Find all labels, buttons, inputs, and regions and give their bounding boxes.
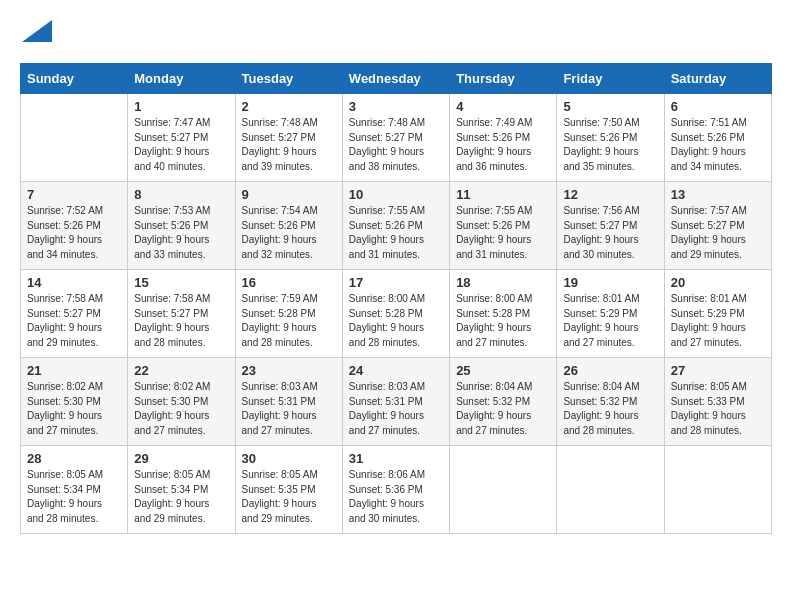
logo-text — [20, 20, 52, 47]
day-info: Sunrise: 8:06 AMSunset: 5:36 PMDaylight:… — [349, 468, 443, 526]
day-number: 30 — [242, 451, 336, 466]
header-sunday: Sunday — [21, 64, 128, 94]
day-info: Sunrise: 7:50 AMSunset: 5:26 PMDaylight:… — [563, 116, 657, 174]
calendar-cell: 13Sunrise: 7:57 AMSunset: 5:27 PMDayligh… — [664, 182, 771, 270]
calendar-cell: 9Sunrise: 7:54 AMSunset: 5:26 PMDaylight… — [235, 182, 342, 270]
calendar-header-row: SundayMondayTuesdayWednesdayThursdayFrid… — [21, 64, 772, 94]
header-wednesday: Wednesday — [342, 64, 449, 94]
header-tuesday: Tuesday — [235, 64, 342, 94]
day-number: 16 — [242, 275, 336, 290]
day-info: Sunrise: 8:02 AMSunset: 5:30 PMDaylight:… — [134, 380, 228, 438]
day-info: Sunrise: 7:48 AMSunset: 5:27 PMDaylight:… — [349, 116, 443, 174]
day-info: Sunrise: 7:54 AMSunset: 5:26 PMDaylight:… — [242, 204, 336, 262]
day-number: 27 — [671, 363, 765, 378]
calendar-table: SundayMondayTuesdayWednesdayThursdayFrid… — [20, 63, 772, 534]
calendar-cell: 17Sunrise: 8:00 AMSunset: 5:28 PMDayligh… — [342, 270, 449, 358]
day-info: Sunrise: 8:03 AMSunset: 5:31 PMDaylight:… — [242, 380, 336, 438]
day-number: 15 — [134, 275, 228, 290]
day-info: Sunrise: 7:56 AMSunset: 5:27 PMDaylight:… — [563, 204, 657, 262]
day-info: Sunrise: 8:04 AMSunset: 5:32 PMDaylight:… — [456, 380, 550, 438]
calendar-cell: 20Sunrise: 8:01 AMSunset: 5:29 PMDayligh… — [664, 270, 771, 358]
calendar-cell: 10Sunrise: 7:55 AMSunset: 5:26 PMDayligh… — [342, 182, 449, 270]
calendar-cell: 29Sunrise: 8:05 AMSunset: 5:34 PMDayligh… — [128, 446, 235, 534]
calendar-cell: 21Sunrise: 8:02 AMSunset: 5:30 PMDayligh… — [21, 358, 128, 446]
day-info: Sunrise: 8:05 AMSunset: 5:33 PMDaylight:… — [671, 380, 765, 438]
day-number: 19 — [563, 275, 657, 290]
day-number: 8 — [134, 187, 228, 202]
day-info: Sunrise: 8:05 AMSunset: 5:34 PMDaylight:… — [134, 468, 228, 526]
day-info: Sunrise: 7:53 AMSunset: 5:26 PMDaylight:… — [134, 204, 228, 262]
calendar-cell: 23Sunrise: 8:03 AMSunset: 5:31 PMDayligh… — [235, 358, 342, 446]
day-info: Sunrise: 8:00 AMSunset: 5:28 PMDaylight:… — [456, 292, 550, 350]
calendar-week-row: 14Sunrise: 7:58 AMSunset: 5:27 PMDayligh… — [21, 270, 772, 358]
day-number: 12 — [563, 187, 657, 202]
day-number: 10 — [349, 187, 443, 202]
day-number: 7 — [27, 187, 121, 202]
header-saturday: Saturday — [664, 64, 771, 94]
day-info: Sunrise: 7:51 AMSunset: 5:26 PMDaylight:… — [671, 116, 765, 174]
calendar-cell: 6Sunrise: 7:51 AMSunset: 5:26 PMDaylight… — [664, 94, 771, 182]
calendar-cell — [450, 446, 557, 534]
calendar-cell: 16Sunrise: 7:59 AMSunset: 5:28 PMDayligh… — [235, 270, 342, 358]
day-number: 26 — [563, 363, 657, 378]
day-number: 17 — [349, 275, 443, 290]
calendar-cell: 30Sunrise: 8:05 AMSunset: 5:35 PMDayligh… — [235, 446, 342, 534]
day-number: 9 — [242, 187, 336, 202]
calendar-cell: 28Sunrise: 8:05 AMSunset: 5:34 PMDayligh… — [21, 446, 128, 534]
day-number: 2 — [242, 99, 336, 114]
day-info: Sunrise: 7:57 AMSunset: 5:27 PMDaylight:… — [671, 204, 765, 262]
day-info: Sunrise: 7:59 AMSunset: 5:28 PMDaylight:… — [242, 292, 336, 350]
calendar-cell: 22Sunrise: 8:02 AMSunset: 5:30 PMDayligh… — [128, 358, 235, 446]
svg-marker-0 — [22, 20, 52, 42]
calendar-cell: 11Sunrise: 7:55 AMSunset: 5:26 PMDayligh… — [450, 182, 557, 270]
day-number: 25 — [456, 363, 550, 378]
header-monday: Monday — [128, 64, 235, 94]
calendar-cell: 25Sunrise: 8:04 AMSunset: 5:32 PMDayligh… — [450, 358, 557, 446]
day-number: 21 — [27, 363, 121, 378]
day-number: 28 — [27, 451, 121, 466]
day-number: 31 — [349, 451, 443, 466]
day-number: 18 — [456, 275, 550, 290]
calendar-week-row: 1Sunrise: 7:47 AMSunset: 5:27 PMDaylight… — [21, 94, 772, 182]
calendar-cell: 14Sunrise: 7:58 AMSunset: 5:27 PMDayligh… — [21, 270, 128, 358]
calendar-cell: 15Sunrise: 7:58 AMSunset: 5:27 PMDayligh… — [128, 270, 235, 358]
day-info: Sunrise: 8:01 AMSunset: 5:29 PMDaylight:… — [563, 292, 657, 350]
header-thursday: Thursday — [450, 64, 557, 94]
calendar-cell — [664, 446, 771, 534]
day-number: 23 — [242, 363, 336, 378]
day-info: Sunrise: 7:47 AMSunset: 5:27 PMDaylight:… — [134, 116, 228, 174]
calendar-cell: 2Sunrise: 7:48 AMSunset: 5:27 PMDaylight… — [235, 94, 342, 182]
day-number: 6 — [671, 99, 765, 114]
logo-icon — [22, 20, 52, 42]
day-info: Sunrise: 8:02 AMSunset: 5:30 PMDaylight:… — [27, 380, 121, 438]
day-info: Sunrise: 8:03 AMSunset: 5:31 PMDaylight:… — [349, 380, 443, 438]
day-info: Sunrise: 8:04 AMSunset: 5:32 PMDaylight:… — [563, 380, 657, 438]
calendar-cell: 26Sunrise: 8:04 AMSunset: 5:32 PMDayligh… — [557, 358, 664, 446]
logo — [20, 20, 52, 47]
day-number: 4 — [456, 99, 550, 114]
day-info: Sunrise: 8:05 AMSunset: 5:34 PMDaylight:… — [27, 468, 121, 526]
calendar-cell: 31Sunrise: 8:06 AMSunset: 5:36 PMDayligh… — [342, 446, 449, 534]
day-info: Sunrise: 7:55 AMSunset: 5:26 PMDaylight:… — [456, 204, 550, 262]
calendar-cell — [21, 94, 128, 182]
calendar-cell: 7Sunrise: 7:52 AMSunset: 5:26 PMDaylight… — [21, 182, 128, 270]
calendar-cell: 8Sunrise: 7:53 AMSunset: 5:26 PMDaylight… — [128, 182, 235, 270]
day-info: Sunrise: 8:05 AMSunset: 5:35 PMDaylight:… — [242, 468, 336, 526]
calendar-cell — [557, 446, 664, 534]
day-info: Sunrise: 7:58 AMSunset: 5:27 PMDaylight:… — [134, 292, 228, 350]
day-info: Sunrise: 8:00 AMSunset: 5:28 PMDaylight:… — [349, 292, 443, 350]
day-number: 5 — [563, 99, 657, 114]
page-header — [20, 20, 772, 47]
day-info: Sunrise: 7:55 AMSunset: 5:26 PMDaylight:… — [349, 204, 443, 262]
calendar-cell: 3Sunrise: 7:48 AMSunset: 5:27 PMDaylight… — [342, 94, 449, 182]
day-info: Sunrise: 8:01 AMSunset: 5:29 PMDaylight:… — [671, 292, 765, 350]
day-number: 24 — [349, 363, 443, 378]
header-friday: Friday — [557, 64, 664, 94]
calendar-cell: 27Sunrise: 8:05 AMSunset: 5:33 PMDayligh… — [664, 358, 771, 446]
calendar-cell: 1Sunrise: 7:47 AMSunset: 5:27 PMDaylight… — [128, 94, 235, 182]
calendar-week-row: 28Sunrise: 8:05 AMSunset: 5:34 PMDayligh… — [21, 446, 772, 534]
calendar-cell: 19Sunrise: 8:01 AMSunset: 5:29 PMDayligh… — [557, 270, 664, 358]
calendar-cell: 4Sunrise: 7:49 AMSunset: 5:26 PMDaylight… — [450, 94, 557, 182]
day-number: 20 — [671, 275, 765, 290]
calendar-week-row: 7Sunrise: 7:52 AMSunset: 5:26 PMDaylight… — [21, 182, 772, 270]
